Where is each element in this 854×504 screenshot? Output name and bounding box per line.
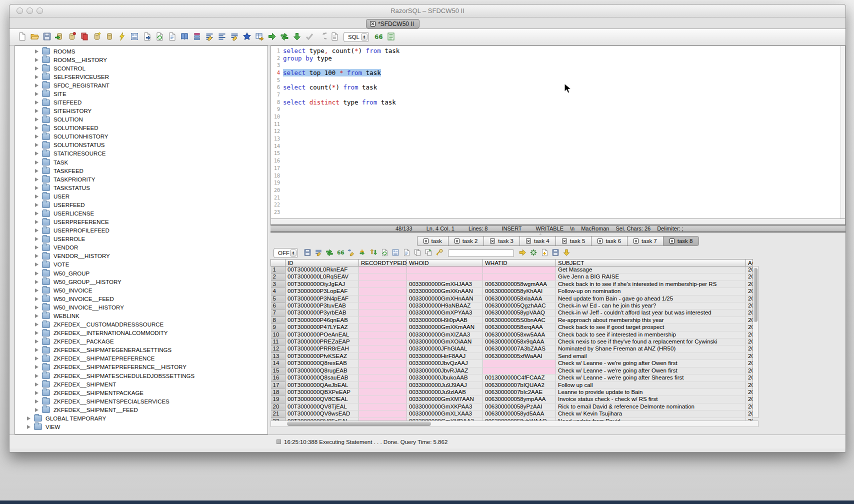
sidebar-item-sitehistory[interactable]: SITEHISTORY	[15, 107, 268, 116]
sidebar-item-w50-invoice-history[interactable]: W50_INVOICE__HISTORY	[15, 303, 268, 312]
cell-subject[interactable]: Check-in w/ Ed - can he join this year?	[556, 302, 746, 310]
sidebar-item-solutionhistory[interactable]: SOLUTIONHISTORY	[15, 132, 268, 141]
row-number[interactable]: 10	[271, 331, 286, 338]
expand-arrow-icon[interactable]	[35, 100, 38, 104]
cell-whoid[interactable]: 0033000000GmXKnAAN	[407, 288, 483, 295]
cell-recordtypeid[interactable]	[359, 352, 407, 360]
sidebar-item-solutionfeed[interactable]: SOLUTIONFEED	[15, 124, 268, 132]
history-icon[interactable]	[329, 31, 340, 42]
sidebar-item-selfserviceuser[interactable]: SELFSERVICEUSER	[15, 72, 268, 81]
close-tab-icon[interactable]	[454, 238, 460, 244]
title-bar[interactable]: RazorSQL – SFDCW50 II	[10, 4, 846, 18]
cell-ac[interactable]: 200	[746, 403, 753, 410]
grid-horizontal-scrollbar[interactable]	[270, 420, 758, 427]
cell-recordtypeid[interactable]	[359, 410, 407, 418]
format-sql-icon[interactable]	[216, 31, 227, 42]
row-number[interactable]: 1	[271, 266, 286, 274]
expand-arrow-icon[interactable]	[35, 203, 38, 207]
query-builder-icon[interactable]	[129, 31, 140, 42]
cell-recordtypeid[interactable]	[359, 280, 407, 288]
expand-arrow-icon[interactable]	[35, 314, 38, 318]
sidebar-item-task[interactable]: TASK	[15, 158, 268, 166]
sidebar-item-zkfedex-shipment[interactable]: ZKFEDEX__SHIPMENT	[15, 380, 268, 388]
cell-whoid[interactable]: 0033000000JbvRJAAZ	[407, 367, 483, 374]
cell-whoid[interactable]: 0033000000GmXKPAA3	[407, 403, 483, 410]
row-number[interactable]: 11	[271, 338, 286, 346]
expand-arrow-icon[interactable]	[35, 134, 38, 138]
connect-icon[interactable]	[54, 31, 64, 42]
expand-arrow-icon[interactable]	[35, 84, 38, 88]
sidebar-item-vendor[interactable]: VENDOR	[15, 244, 268, 252]
cell-subject[interactable]: Check w/ Kevin Tsujihara	[556, 410, 746, 418]
expand-arrow-icon[interactable]	[35, 288, 38, 292]
row-number[interactable]: 2	[271, 274, 286, 280]
grid-vertical-scrollbar[interactable]	[752, 266, 758, 418]
commit-icon[interactable]	[304, 31, 314, 42]
cell-whoid[interactable]: 0033000000GmXIZAA3	[407, 331, 483, 338]
cell-recordtypeid[interactable]	[359, 396, 407, 403]
cell-ac[interactable]: 200	[746, 410, 753, 418]
expand-arrow-icon[interactable]	[35, 152, 38, 156]
results-tab-task-3[interactable]: task 3	[484, 236, 520, 246]
cell-ac[interactable]: 200	[746, 388, 753, 396]
cell-whatid[interactable]: 00630000005xfWaAAI	[483, 352, 556, 360]
cell-ac[interactable]: 200	[746, 288, 753, 295]
cell-ac[interactable]: 200	[746, 367, 753, 374]
expand-arrow-icon[interactable]	[35, 237, 38, 241]
sidebar-item-taskstatus[interactable]: TASKSTATUS	[15, 184, 268, 192]
cell-subject[interactable]: Check back to see if good target prospec…	[556, 324, 746, 331]
cell-ac[interactable]: 200	[746, 310, 753, 316]
cell-id[interactable]: 00T3000000OiyJgEAJ	[286, 280, 359, 288]
cell-subject[interactable]: Check w/ Leanne - we're going after Shea…	[556, 374, 746, 382]
sidebar-item-userfeed[interactable]: USERFEED	[15, 200, 268, 209]
expand-arrow-icon[interactable]	[35, 374, 38, 378]
cell-whoid[interactable]: 0033000000H9i0pAAB	[407, 316, 483, 324]
expand-arrow-icon[interactable]	[35, 66, 38, 70]
sql-mode-select[interactable]: SQL ▲▼	[344, 32, 369, 42]
reference-book-icon[interactable]	[179, 31, 190, 42]
cell-id[interactable]: 00T3000000Q8rexEAB	[286, 360, 359, 367]
editor-horizontal-scrollbar[interactable]	[270, 219, 846, 224]
sidebar-item-rooms[interactable]: ROOMS	[15, 47, 268, 56]
cell-whatid[interactable]: 006300000058ypVAAQ	[483, 310, 556, 316]
cell-subject[interactable]: Invoice status check - check w/ RS first	[556, 396, 746, 403]
expand-arrow-icon[interactable]	[35, 365, 38, 369]
expand-arrow-icon[interactable]	[35, 220, 38, 224]
cell-recordtypeid[interactable]	[359, 266, 407, 274]
cell-recordtypeid[interactable]	[359, 310, 407, 316]
sidebar-item-w50-invoice[interactable]: W50_INVOICE	[15, 286, 268, 294]
copy-connection-icon[interactable]	[79, 31, 90, 42]
execute-sql-icon[interactable]	[116, 31, 127, 42]
sort-results-icon[interactable]	[369, 248, 378, 257]
cell-whatid[interactable]: 00630000005S0bnAAC	[483, 316, 556, 324]
cell-id[interactable]: 00T3000000P47LYEAZ	[286, 324, 359, 331]
sidebar-item-vendor-history[interactable]: VENDOR__HISTORY	[15, 252, 268, 260]
cell-subject[interactable]: Rick to email David & reference Delmonte…	[556, 403, 746, 410]
cell-whatid[interactable]: 006300000058wgmAAA	[483, 280, 556, 288]
highlight-icon[interactable]	[435, 248, 444, 257]
expand-arrow-icon[interactable]	[35, 254, 38, 258]
sidebar-item-zkfedex-shipmentpackage[interactable]: ZKFEDEX__SHIPMENTPACKAGE	[15, 388, 268, 397]
cell-recordtypeid[interactable]	[359, 338, 407, 346]
cell-whatid[interactable]: 006300000058ympAAA	[483, 396, 556, 403]
close-tab-icon[interactable]	[370, 21, 376, 26]
expand-arrow-icon[interactable]	[27, 416, 30, 420]
expand-arrow-icon[interactable]	[35, 126, 38, 130]
cell-recordtypeid[interactable]	[359, 324, 407, 331]
expand-arrow-icon[interactable]	[27, 425, 30, 429]
save-icon[interactable]	[42, 31, 52, 42]
cell-subject[interactable]: Give Jenn a BIG RAISE	[556, 274, 746, 280]
sidebar-item-vote[interactable]: VOTE	[15, 260, 268, 269]
refresh-sql-icon[interactable]	[154, 31, 164, 42]
cell-subject[interactable]: Re-approach about membership this year	[556, 316, 746, 324]
sql-editor[interactable]: 1select type, count(*) from task2group b…	[270, 46, 846, 219]
edit-cell-icon[interactable]	[347, 248, 356, 257]
cell-whoid[interactable]: 0033000000GmXHnAAN	[407, 295, 483, 302]
favorites-icon[interactable]	[242, 31, 252, 42]
cell-recordtypeid[interactable]	[359, 302, 407, 310]
cell-subject[interactable]: Check nexis to see if they've found a re…	[556, 338, 746, 346]
cell-id[interactable]: 00T3000000Q8sauEAB	[286, 374, 359, 382]
expand-arrow-icon[interactable]	[35, 58, 38, 62]
cell-whoid[interactable]: 0033000000HirF8AAJ	[407, 352, 483, 360]
cell-subject[interactable]: Check w/ Leanne - we're going after Owen…	[556, 360, 746, 367]
